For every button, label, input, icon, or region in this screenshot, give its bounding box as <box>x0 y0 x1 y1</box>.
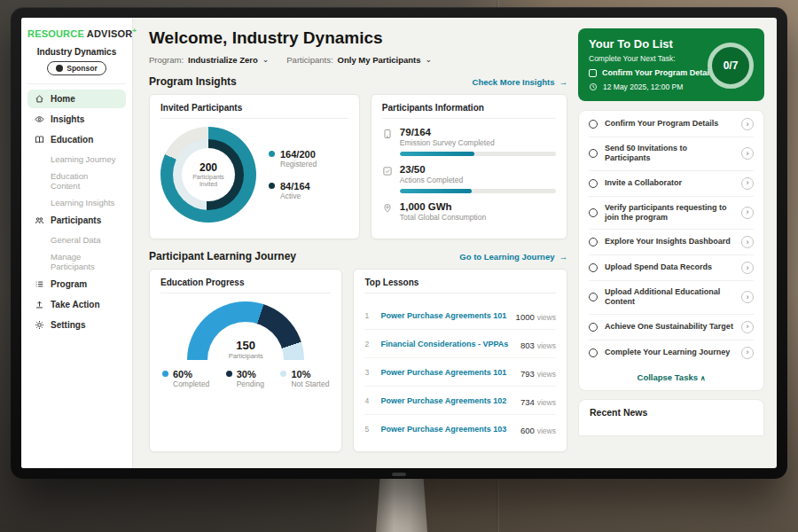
program-select[interactable]: Program: Industrialize Zero ⌄ <box>149 55 269 65</box>
legend-dot <box>269 151 275 157</box>
sidebar-item-education[interactable]: Education <box>27 130 126 149</box>
lesson-link[interactable]: Power Purchase Agreements 102 <box>380 396 512 405</box>
sidebar-item-learning-journey[interactable]: Learning Journey <box>27 151 126 168</box>
sidebar-item-home[interactable]: Home <box>27 90 126 108</box>
next-task-label: Confirm Your Program Details <box>602 68 716 77</box>
lesson-link[interactable]: Power Purchase Agreements 101 <box>380 368 512 377</box>
check-more-insights-link[interactable]: Check More Insights → <box>473 77 567 87</box>
sidebar-item-manage-participants[interactable]: Manage Participants <box>27 248 126 275</box>
chevron-right-icon[interactable]: › <box>741 147 754 160</box>
chevron-right-icon[interactable]: › <box>741 118 754 130</box>
sponsor-badge: Sponsor <box>47 61 106 75</box>
monitor-bezel: RESOURCE ADVISOR+ Industry Dynamics Spon… <box>11 7 787 479</box>
task-checkbox-icon[interactable] <box>589 323 598 332</box>
progress-bar <box>400 189 556 193</box>
legend-label: Completed <box>173 379 209 388</box>
chevron-up-icon: ∧ <box>700 374 706 382</box>
sidebar-item-settings[interactable]: Settings <box>27 316 126 334</box>
take-action-icon <box>35 300 44 309</box>
sidebar-item-learning-insights[interactable]: Learning Insights <box>27 194 126 211</box>
task-row[interactable]: Verify participants requesting to join t… <box>589 197 754 231</box>
task-row[interactable]: Send 50 Invitations to Participants › <box>589 137 754 171</box>
stat-row: 23/50 Actions Completed <box>382 164 556 193</box>
stat-label: Total Global Consumption <box>400 213 556 222</box>
education-progress-card: Education Progress 150 Participants <box>149 269 342 452</box>
education-progress-gauge: 150 Participants <box>187 301 304 360</box>
chevron-right-icon[interactable]: › <box>741 321 754 333</box>
sidebar-item-take-action[interactable]: Take Action <box>27 295 126 314</box>
bezel-logo <box>392 473 406 476</box>
sidebar-item-general-data[interactable]: General Data <box>27 231 126 248</box>
stat-value: 23/50 <box>400 164 556 175</box>
lesson-views: 803 <box>520 340 535 350</box>
legend-item: 30% Pending <box>226 369 264 388</box>
task-checkbox-icon[interactable] <box>589 263 598 272</box>
chevron-down-icon: ⌄ <box>262 56 270 64</box>
task-checkbox-icon[interactable] <box>589 120 598 129</box>
donut-legend: 164/200 Registered 84/164 Active <box>269 149 317 200</box>
legend-label: Not Started <box>291 379 329 388</box>
gauge-center-label: Participants <box>187 352 304 360</box>
chevron-right-icon[interactable]: › <box>741 262 754 274</box>
todo-task-list: Confirm Your Program Details › Send 50 I… <box>578 110 764 391</box>
legend-value: 30% <box>237 369 264 379</box>
task-checkbox-icon[interactable] <box>589 348 598 357</box>
donut-center: 200 Participants Invited <box>182 148 235 201</box>
task-row[interactable]: Confirm Your Program Details › <box>589 112 754 137</box>
sidebar-item-insights[interactable]: Insights <box>27 110 126 129</box>
sidebar: RESOURCE ADVISOR+ Industry Dynamics Spon… <box>21 18 133 468</box>
arrow-right-icon: → <box>559 252 568 262</box>
chevron-right-icon[interactable]: › <box>741 207 754 219</box>
task-row[interactable]: Invite a Collaborator › <box>589 171 754 197</box>
task-row[interactable]: Complete Your Learning Journey › <box>589 340 754 365</box>
dashboard-screen: RESOURCE ADVISOR+ Industry Dynamics Spon… <box>21 18 777 468</box>
legend-dot <box>162 371 168 377</box>
clock-icon <box>589 82 598 91</box>
sidebar-item-education-content[interactable]: Education Content <box>27 168 126 194</box>
collapse-tasks-link[interactable]: Collapse Tasks ∧ <box>589 365 754 389</box>
checkbox-icon[interactable] <box>589 69 597 77</box>
go-to-learning-journey-link[interactable]: Go to Learning Journey → <box>459 252 567 262</box>
task-checkbox-icon[interactable] <box>589 149 598 158</box>
survey-icon <box>382 129 393 139</box>
chevron-right-icon[interactable]: › <box>741 291 754 303</box>
donut-center-label: Participants Invited <box>189 174 228 188</box>
lesson-row: 5 Power Purchase Agreements 103 600views <box>364 415 556 442</box>
task-row[interactable]: Upload Additional Educational Content › <box>589 281 754 315</box>
sidebar-item-label: Program <box>51 279 87 289</box>
main-content: Welcome, Industry Dynamics Program: Indu… <box>133 18 578 468</box>
lesson-views: 793 <box>520 369 535 379</box>
participants-select-value: Only My Participants <box>338 55 421 65</box>
task-row[interactable]: Upload Spend Data Records › <box>589 255 754 281</box>
brand-logo: RESOURCE ADVISOR+ <box>27 27 126 39</box>
chevron-right-icon[interactable]: › <box>741 177 754 190</box>
lesson-link[interactable]: Financial Considerations - VPPAs <box>380 340 512 348</box>
program-select-label: Program: <box>149 55 184 65</box>
background-photo: RESOURCE ADVISOR+ Industry Dynamics Spon… <box>0 0 798 532</box>
learning-journey-heading: Participant Learning Journey <box>149 250 296 262</box>
todo-panel: Your To Do List Complete Your Next Task:… <box>578 18 777 468</box>
lesson-link[interactable]: Power Purchase Agreements 103 <box>380 425 512 434</box>
task-checkbox-icon[interactable] <box>589 293 598 301</box>
task-row[interactable]: Achieve One Sustainability Target › <box>589 315 754 340</box>
legend-value: 164/200 <box>280 149 317 160</box>
invited-participants-donut: 200 Participants Invited <box>160 127 256 223</box>
lesson-rank: 4 <box>364 396 373 405</box>
chevron-right-icon[interactable]: › <box>741 347 754 359</box>
stat-value: 1,000 GWh <box>400 201 556 212</box>
legend-label: Registered <box>280 160 317 168</box>
donut-center-value: 200 <box>200 161 217 174</box>
sidebar-item-program[interactable]: Program <box>27 275 126 293</box>
legend-label: Active <box>280 192 310 200</box>
lesson-rank: 2 <box>364 340 373 348</box>
lesson-link[interactable]: Power Purchase Agreements 101 <box>380 311 508 320</box>
task-row[interactable]: Explore Your Insights Dashboard › <box>589 230 754 255</box>
program-insights-heading: Program Insights <box>149 75 237 88</box>
sidebar-item-participants[interactable]: Participants <box>27 211 126 230</box>
participants-select[interactable]: Participants: Only My Participants ⌄ <box>286 55 432 65</box>
task-checkbox-icon[interactable] <box>589 179 598 188</box>
gauge-center: 150 Participants <box>187 339 304 360</box>
task-checkbox-icon[interactable] <box>589 208 598 217</box>
chevron-right-icon[interactable]: › <box>741 236 754 248</box>
task-checkbox-icon[interactable] <box>589 238 598 246</box>
